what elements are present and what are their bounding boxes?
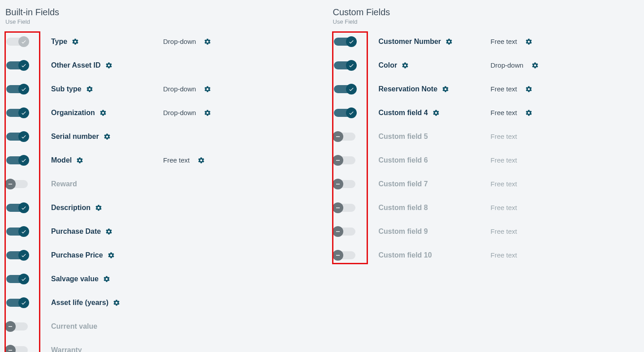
builtin-field-name: Serial number bbox=[51, 133, 99, 141]
check-icon bbox=[18, 250, 29, 261]
custom-toggle-custom-field-5[interactable] bbox=[334, 133, 355, 141]
builtin-toggle-current-value[interactable] bbox=[6, 322, 28, 331]
svg-rect-4 bbox=[336, 160, 339, 160]
gear-icon[interactable] bbox=[204, 109, 211, 116]
gear-icon[interactable] bbox=[532, 62, 539, 69]
custom-field-name: Custom field 10 bbox=[379, 251, 432, 259]
minus-icon bbox=[333, 250, 343, 261]
builtin-field-name: Asset life (years) bbox=[51, 299, 108, 307]
builtin-toggle-organization[interactable] bbox=[6, 109, 28, 117]
gear-icon[interactable] bbox=[432, 109, 440, 116]
builtin-field-name: Purchase Date bbox=[51, 228, 101, 236]
svg-rect-0 bbox=[9, 184, 12, 184]
check-icon bbox=[346, 60, 357, 71]
custom-toggle-custom-field-9[interactable] bbox=[334, 228, 355, 236]
custom-field-type: Free text bbox=[491, 109, 517, 116]
builtin-row-reward: Reward bbox=[4, 172, 313, 196]
check-icon bbox=[18, 84, 29, 94]
gear-icon[interactable] bbox=[204, 86, 211, 93]
gear-icon[interactable] bbox=[525, 86, 532, 93]
custom-toggle-custom-field-4[interactable] bbox=[334, 109, 355, 117]
gear-icon[interactable] bbox=[103, 275, 110, 283]
builtin-field-name: Sub type bbox=[51, 85, 82, 93]
gear-icon[interactable] bbox=[86, 86, 93, 93]
gear-icon[interactable] bbox=[402, 62, 409, 69]
minus-icon bbox=[333, 226, 343, 237]
svg-rect-6 bbox=[336, 207, 339, 208]
builtin-field-name: Salvage value bbox=[51, 275, 99, 283]
custom-row-custom-field-5: Custom field 5Free text bbox=[331, 124, 641, 148]
builtin-toggle-sub-type[interactable] bbox=[6, 85, 28, 93]
builtin-toggle-salvage-value[interactable] bbox=[6, 275, 28, 283]
gear-icon[interactable] bbox=[525, 38, 532, 45]
builtin-toggle-warranty[interactable] bbox=[6, 346, 28, 352]
check-icon bbox=[18, 226, 29, 237]
custom-field-type: Free text bbox=[491, 251, 517, 259]
gear-icon[interactable] bbox=[76, 157, 83, 164]
gear-icon[interactable] bbox=[99, 109, 107, 116]
builtin-row-current-value: Current value bbox=[4, 314, 313, 338]
custom-field-name: Reservation Note bbox=[379, 85, 438, 93]
builtin-field-type: Drop-down bbox=[163, 85, 196, 93]
svg-rect-8 bbox=[336, 255, 339, 255]
minus-icon bbox=[333, 131, 343, 142]
builtin-toggle-purchase-price[interactable] bbox=[6, 251, 28, 259]
check-icon bbox=[18, 131, 29, 142]
builtin-field-name: Type bbox=[51, 38, 67, 46]
custom-field-type: Free text bbox=[491, 133, 517, 140]
builtin-use-field-label: Use Field bbox=[5, 18, 313, 25]
custom-row-custom-field-4: Custom field 4Free text bbox=[331, 101, 641, 124]
builtin-toggle-other-asset-id[interactable] bbox=[6, 61, 28, 69]
builtin-toggle-description[interactable] bbox=[6, 204, 28, 212]
custom-toggle-color[interactable] bbox=[334, 61, 355, 69]
gear-icon[interactable] bbox=[525, 109, 532, 116]
builtin-field-name: Organization bbox=[51, 109, 95, 117]
minus-icon bbox=[5, 345, 16, 352]
custom-row-custom-field-10: Custom field 10Free text bbox=[331, 243, 641, 267]
svg-rect-7 bbox=[336, 231, 339, 232]
builtin-row-type: TypeDrop-down bbox=[4, 30, 313, 53]
builtin-row-warranty: Warranty bbox=[4, 338, 313, 352]
gear-icon[interactable] bbox=[113, 299, 120, 306]
custom-toggle-customer-number[interactable] bbox=[334, 38, 355, 46]
custom-toggle-custom-field-10[interactable] bbox=[334, 251, 355, 259]
check-icon bbox=[18, 107, 29, 118]
check-icon bbox=[18, 155, 29, 166]
builtin-toggle-reward[interactable] bbox=[6, 180, 28, 188]
svg-rect-3 bbox=[336, 136, 339, 137]
gear-icon[interactable] bbox=[104, 133, 111, 140]
custom-fields-header: Custom Fields bbox=[333, 7, 641, 17]
check-icon bbox=[18, 36, 29, 47]
check-icon bbox=[346, 36, 357, 47]
gear-icon[interactable] bbox=[95, 204, 102, 211]
svg-rect-5 bbox=[336, 184, 339, 184]
custom-row-custom-field-6: Custom field 6Free text bbox=[331, 148, 641, 172]
builtin-row-description: Description bbox=[4, 196, 313, 219]
builtin-toggle-purchase-date[interactable] bbox=[6, 228, 28, 236]
minus-icon bbox=[333, 155, 343, 166]
builtin-toggle-asset-life-years[interactable] bbox=[6, 299, 28, 307]
custom-field-name: Customer Number bbox=[379, 38, 441, 46]
gear-icon[interactable] bbox=[445, 38, 453, 45]
builtin-row-asset-life-years: Asset life (years) bbox=[4, 291, 313, 314]
builtin-row-organization: OrganizationDrop-down bbox=[4, 101, 313, 124]
custom-toggle-reservation-note[interactable] bbox=[334, 85, 355, 93]
custom-field-type: Free text bbox=[491, 156, 517, 164]
gear-icon[interactable] bbox=[105, 62, 112, 69]
custom-toggle-custom-field-8[interactable] bbox=[334, 204, 355, 212]
gear-icon[interactable] bbox=[108, 252, 115, 259]
gear-icon[interactable] bbox=[442, 86, 449, 93]
builtin-toggle-model[interactable] bbox=[6, 156, 28, 164]
builtin-toggle-type bbox=[6, 38, 28, 46]
gear-icon[interactable] bbox=[198, 157, 205, 164]
gear-icon[interactable] bbox=[72, 38, 79, 45]
builtin-toggle-serial-number[interactable] bbox=[6, 133, 28, 141]
builtin-field-type: Free text bbox=[163, 156, 190, 164]
custom-field-name: Custom field 6 bbox=[379, 156, 428, 164]
builtin-fields-header: Built-in Fields bbox=[5, 7, 313, 17]
custom-toggle-custom-field-6[interactable] bbox=[334, 156, 355, 164]
gear-icon[interactable] bbox=[105, 228, 112, 235]
builtin-field-name: Other Asset ID bbox=[51, 61, 101, 69]
gear-icon[interactable] bbox=[204, 38, 211, 45]
custom-toggle-custom-field-7[interactable] bbox=[334, 180, 355, 188]
